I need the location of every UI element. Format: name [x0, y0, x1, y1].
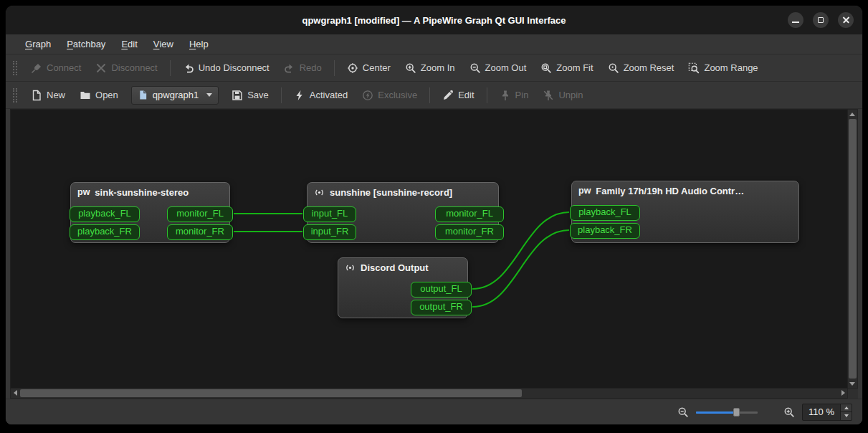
open-button[interactable]: Open — [73, 86, 125, 105]
toolbar-drag-handle[interactable] — [13, 61, 17, 75]
titlebar: qpwgraph1 [modified] — A PipeWire Graph … — [6, 6, 862, 34]
minimize-button[interactable] — [788, 12, 803, 28]
window-title: qpwgraph1 [modified] — A PipeWire Graph … — [302, 15, 566, 26]
zoom-out-icon — [469, 62, 481, 74]
port-output[interactable]: output_FL — [411, 282, 472, 298]
canvas-zone: pw sink-sunshine-stereo playback_FL play… — [6, 109, 862, 399]
save-button[interactable]: Save — [225, 86, 275, 105]
center-button[interactable]: Center — [340, 59, 397, 77]
undo-disconnect-button[interactable]: Undo Disconnect — [176, 59, 276, 77]
port-input[interactable]: playback_FR — [570, 223, 640, 239]
undo-icon — [183, 62, 194, 74]
horizontal-scrollbar[interactable] — [10, 389, 848, 399]
zoom-range-button[interactable]: Zoom Range — [682, 59, 764, 77]
zoom-reset-button[interactable]: Zoom Reset — [601, 59, 681, 77]
scroll-down-arrow[interactable] — [848, 379, 857, 388]
port-output[interactable]: monitor_FR — [167, 224, 233, 240]
maximize-icon — [818, 17, 824, 23]
port-input[interactable]: playback_FR — [70, 224, 140, 240]
port-output[interactable]: output_FR — [411, 300, 472, 315]
pencil-icon — [442, 90, 454, 101]
zoom-out-button[interactable]: Zoom Out — [463, 59, 533, 77]
redo-button[interactable]: Redo — [277, 59, 328, 77]
center-icon — [347, 62, 358, 74]
disconnect-button[interactable]: Disconnect — [89, 59, 163, 77]
minimize-icon — [792, 22, 799, 23]
unpin-button[interactable]: Unpin — [536, 86, 589, 105]
vertical-scroll-thumb[interactable] — [849, 119, 857, 379]
disconnect-icon — [95, 62, 107, 74]
connect-button[interactable]: Connect — [24, 59, 87, 77]
scroll-up-arrow[interactable] — [848, 110, 857, 118]
chevron-down-icon — [206, 93, 212, 97]
monitor-icon — [314, 187, 325, 198]
connect-icon — [31, 62, 42, 74]
zoom-range-icon — [688, 62, 700, 74]
toolbar-separator — [334, 60, 335, 76]
toolbar-drag-handle[interactable] — [13, 88, 17, 103]
zoom-in-button[interactable]: Zoom In — [399, 59, 462, 77]
pin-icon — [500, 90, 511, 101]
app-window: qpwgraph1 [modified] — A PipeWire Graph … — [6, 6, 862, 424]
horizontal-scroll-thumb[interactable] — [20, 389, 522, 397]
node-title: Discord Output — [361, 262, 429, 273]
zoom-reset-icon — [608, 62, 619, 74]
menu-view[interactable]: View — [146, 34, 181, 54]
zoom-spin-down-button[interactable] — [841, 411, 852, 420]
port-output[interactable]: monitor_FL — [167, 206, 233, 222]
unpin-icon — [543, 90, 554, 101]
node-title: sink-sunshine-stereo — [95, 187, 189, 198]
node-sunshine-record[interactable]: sunshine [sunshine-record] input_FL inpu… — [307, 182, 499, 243]
redo-icon — [284, 62, 295, 74]
toolbar-separator — [429, 87, 430, 103]
zoom-fit-icon — [540, 62, 552, 74]
pin-button[interactable]: Pin — [493, 86, 535, 105]
port-output[interactable]: monitor_FL — [435, 206, 504, 222]
menu-help[interactable]: Help — [181, 34, 216, 54]
activated-toggle[interactable]: Activated — [287, 86, 354, 105]
port-input[interactable]: input_FL — [303, 206, 356, 222]
port-output[interactable]: monitor_FR — [435, 224, 504, 240]
node-title: Family 17h/19h HD Audio Contr… — [596, 186, 744, 196]
vertical-scrollbar[interactable] — [848, 109, 858, 389]
graph-toolbar: Connect Disconnect Undo Disconnect Redo … — [6, 54, 862, 82]
patchbay-file-combo[interactable]: qpwgraph1 — [131, 86, 219, 105]
scroll-left-arrow[interactable] — [11, 389, 19, 397]
new-file-icon — [31, 90, 42, 101]
zoom-fit-button[interactable]: Zoom Fit — [534, 59, 599, 77]
maximize-button[interactable] — [813, 12, 829, 28]
zoom-spin-up-button[interactable] — [841, 404, 852, 412]
port-input[interactable]: playback_FL — [570, 205, 640, 221]
new-button[interactable]: New — [24, 86, 72, 105]
zoom-slider[interactable] — [696, 406, 758, 418]
zoom-value: 110 % — [803, 404, 840, 420]
zoom-in-icon — [405, 62, 416, 74]
lightning-icon — [294, 90, 305, 101]
combo-value: qpwgraph1 — [153, 90, 199, 100]
port-input[interactable]: input_FR — [303, 224, 356, 240]
node-family-hd-audio[interactable]: pw Family 17h/19h HD Audio Contr… playba… — [571, 181, 799, 243]
patchbay-toolbar: New Open qpwgraph1 Save Activated Exclus… — [6, 82, 862, 109]
zoom-out-icon — [677, 406, 689, 418]
edit-button[interactable]: Edit — [436, 86, 480, 105]
toolbar-separator — [487, 87, 487, 103]
node-discord-output[interactable]: Discord Output output_FL output_FR — [338, 257, 468, 318]
scroll-right-arrow[interactable] — [839, 389, 847, 397]
toolbar-separator — [281, 87, 282, 103]
exclusive-toggle[interactable]: Exclusive — [356, 86, 424, 105]
menu-patchbay[interactable]: Patchbay — [59, 34, 113, 54]
graph-canvas[interactable]: pw sink-sunshine-stereo playback_FL play… — [10, 109, 848, 389]
pipewire-icon: pw — [77, 188, 90, 197]
connections-layer — [11, 110, 848, 389]
zoom-spinbox[interactable]: 110 % — [802, 404, 852, 421]
port-input[interactable]: playback_FL — [70, 206, 140, 222]
node-sink-sunshine-stereo[interactable]: pw sink-sunshine-stereo playback_FL play… — [70, 182, 230, 243]
menu-graph[interactable]: Graph — [17, 34, 59, 54]
zoom-slider-handle[interactable] — [733, 408, 740, 417]
menu-edit[interactable]: Edit — [113, 34, 145, 54]
statusbar: 110 % — [6, 399, 862, 424]
save-icon — [232, 90, 243, 101]
close-button[interactable] — [838, 12, 854, 28]
toolbar-separator — [170, 60, 171, 76]
pipewire-icon: pw — [578, 186, 591, 196]
